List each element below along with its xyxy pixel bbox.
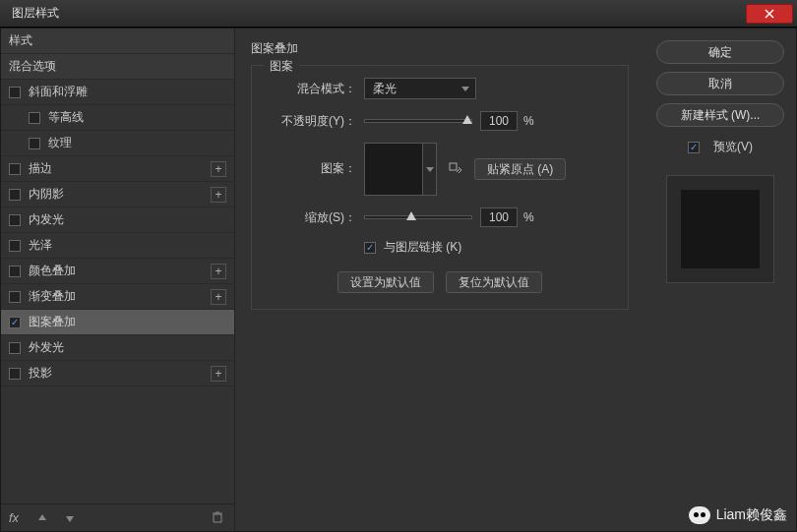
sidebar-item-11[interactable]: 图案叠加 bbox=[1, 310, 234, 335]
sidebar-item-label: 内阴影 bbox=[29, 186, 64, 203]
default-buttons: 设置为默认值 复位为默认值 bbox=[268, 271, 612, 293]
style-checkbox[interactable] bbox=[9, 266, 21, 277]
cancel-button[interactable]: 取消 bbox=[656, 72, 784, 95]
weibo-icon bbox=[689, 506, 710, 524]
fieldset-legend: 图案 bbox=[264, 58, 299, 75]
sidebar-item-6[interactable]: 内阴影+ bbox=[1, 182, 234, 207]
main-panel: 图案叠加 图案 混合模式： 柔光 不透明度(Y)： % 图案： bbox=[235, 29, 644, 531]
sidebar-item-label: 投影 bbox=[29, 365, 52, 382]
sidebar: 样式混合选项斜面和浮雕等高线纹理描边+内阴影+内发光光泽颜色叠加+渐变叠加+图案… bbox=[1, 29, 235, 531]
right-panel: 确定 取消 新建样式 (W)... 预览(V) bbox=[644, 29, 796, 531]
sidebar-item-label: 内发光 bbox=[29, 211, 64, 228]
sidebar-item-2[interactable]: 斜面和浮雕 bbox=[1, 80, 234, 105]
add-effect-button[interactable]: + bbox=[211, 366, 226, 382]
style-checkbox[interactable] bbox=[9, 291, 21, 303]
sidebar-item-8[interactable]: 光泽 bbox=[1, 233, 234, 259]
blend-mode-label: 混合模式： bbox=[268, 81, 356, 97]
preview-label: 预览(V) bbox=[713, 139, 753, 155]
preview-inner bbox=[681, 190, 760, 268]
opacity-thumb[interactable] bbox=[462, 115, 472, 124]
style-checkbox[interactable] bbox=[29, 112, 40, 124]
scale-unit: % bbox=[523, 210, 534, 224]
ok-button[interactable]: 确定 bbox=[656, 40, 784, 64]
arrow-down-icon[interactable] bbox=[64, 510, 80, 526]
new-style-button[interactable]: 新建样式 (W)... bbox=[656, 103, 784, 127]
pattern-dropdown[interactable] bbox=[423, 143, 437, 196]
link-layer-row[interactable]: 与图层链接 (K) bbox=[364, 239, 612, 256]
pattern-swatch[interactable] bbox=[364, 143, 423, 196]
sidebar-item-9[interactable]: 颜色叠加+ bbox=[1, 259, 234, 284]
add-effect-button[interactable]: + bbox=[211, 289, 226, 305]
close-icon bbox=[765, 9, 774, 19]
scale-slider[interactable] bbox=[364, 215, 472, 219]
sidebar-item-5[interactable]: 描边+ bbox=[1, 156, 234, 182]
sidebar-item-label: 图案叠加 bbox=[29, 314, 76, 330]
sidebar-item-7[interactable]: 内发光 bbox=[1, 207, 234, 233]
pattern-row: 图案： 贴紧原点 (A) bbox=[268, 143, 612, 196]
sidebar-item-label: 样式 bbox=[9, 32, 32, 49]
titlebar: 图层样式 bbox=[0, 0, 797, 28]
window-title: 图层样式 bbox=[0, 5, 59, 22]
sidebar-item-10[interactable]: 渐变叠加+ bbox=[1, 284, 234, 310]
opacity-input[interactable] bbox=[480, 111, 518, 131]
trash-icon[interactable] bbox=[211, 510, 226, 526]
blend-mode-row: 混合模式： 柔光 bbox=[268, 78, 612, 99]
sidebar-item-label: 斜面和浮雕 bbox=[29, 84, 88, 100]
sidebar-item-label: 光泽 bbox=[29, 237, 52, 254]
style-checkbox[interactable] bbox=[9, 368, 21, 380]
style-checkbox[interactable] bbox=[9, 214, 21, 226]
sidebar-item-12[interactable]: 外发光 bbox=[1, 335, 234, 361]
reset-default-button[interactable]: 复位为默认值 bbox=[446, 271, 542, 293]
sidebar-item-label: 混合选项 bbox=[9, 58, 56, 75]
sidebar-item-label: 描边 bbox=[29, 160, 52, 177]
scale-thumb[interactable] bbox=[406, 211, 416, 220]
style-checkbox[interactable] bbox=[9, 87, 21, 98]
snap-origin-button[interactable]: 贴紧原点 (A) bbox=[474, 158, 566, 180]
dialog-body: 样式混合选项斜面和浮雕等高线纹理描边+内阴影+内发光光泽颜色叠加+渐变叠加+图案… bbox=[0, 28, 797, 532]
style-list: 样式混合选项斜面和浮雕等高线纹理描边+内阴影+内发光光泽颜色叠加+渐变叠加+图案… bbox=[1, 29, 234, 503]
sidebar-item-13[interactable]: 投影+ bbox=[1, 361, 234, 386]
opacity-row: 不透明度(Y)： % bbox=[268, 111, 612, 131]
sidebar-item-label: 颜色叠加 bbox=[29, 263, 76, 279]
section-title: 图案叠加 bbox=[251, 40, 629, 57]
preview-toggle[interactable]: 预览(V) bbox=[688, 139, 753, 155]
sidebar-item-label: 等高线 bbox=[48, 109, 84, 126]
watermark: Liam赖俊鑫 bbox=[689, 506, 787, 524]
blend-mode-select[interactable]: 柔光 bbox=[364, 78, 476, 99]
style-checkbox[interactable] bbox=[9, 163, 21, 175]
preview-checkbox[interactable] bbox=[688, 142, 700, 153]
add-effect-button[interactable]: + bbox=[211, 161, 226, 177]
sidebar-item-0[interactable]: 样式 bbox=[1, 29, 234, 54]
sidebar-item-label: 纹理 bbox=[48, 135, 72, 151]
style-checkbox[interactable] bbox=[29, 138, 40, 149]
sidebar-item-label: 渐变叠加 bbox=[29, 288, 76, 305]
scale-label: 缩放(S)： bbox=[268, 209, 356, 226]
preview-box bbox=[666, 175, 774, 283]
add-effect-button[interactable]: + bbox=[211, 264, 226, 279]
style-checkbox[interactable] bbox=[9, 342, 21, 354]
svg-rect-0 bbox=[450, 163, 457, 170]
link-layer-label: 与图层链接 (K) bbox=[384, 239, 461, 256]
scale-input[interactable] bbox=[480, 207, 518, 227]
opacity-slider[interactable] bbox=[364, 119, 472, 123]
scale-row: 缩放(S)： % bbox=[268, 207, 612, 227]
style-checkbox[interactable] bbox=[9, 317, 21, 328]
set-default-button[interactable]: 设置为默认值 bbox=[337, 271, 434, 293]
close-button[interactable] bbox=[746, 4, 793, 24]
add-effect-button[interactable]: + bbox=[211, 187, 226, 203]
sidebar-item-4[interactable]: 纹理 bbox=[1, 131, 234, 156]
snap-origin-icon[interactable] bbox=[447, 160, 464, 178]
sidebar-item-label: 外发光 bbox=[29, 339, 64, 356]
pattern-label: 图案： bbox=[268, 143, 356, 177]
sidebar-footer: fx bbox=[1, 503, 234, 531]
style-checkbox[interactable] bbox=[9, 189, 21, 201]
pattern-fieldset: 图案 混合模式： 柔光 不透明度(Y)： % 图案： bbox=[251, 65, 629, 310]
opacity-unit: % bbox=[523, 114, 534, 128]
style-checkbox[interactable] bbox=[9, 240, 21, 252]
sidebar-item-1[interactable]: 混合选项 bbox=[1, 54, 234, 80]
arrow-up-icon[interactable] bbox=[36, 510, 52, 526]
sidebar-item-3[interactable]: 等高线 bbox=[1, 105, 234, 131]
fx-icon[interactable]: fx bbox=[9, 510, 25, 526]
opacity-label: 不透明度(Y)： bbox=[268, 113, 356, 130]
link-layer-checkbox[interactable] bbox=[364, 242, 376, 254]
